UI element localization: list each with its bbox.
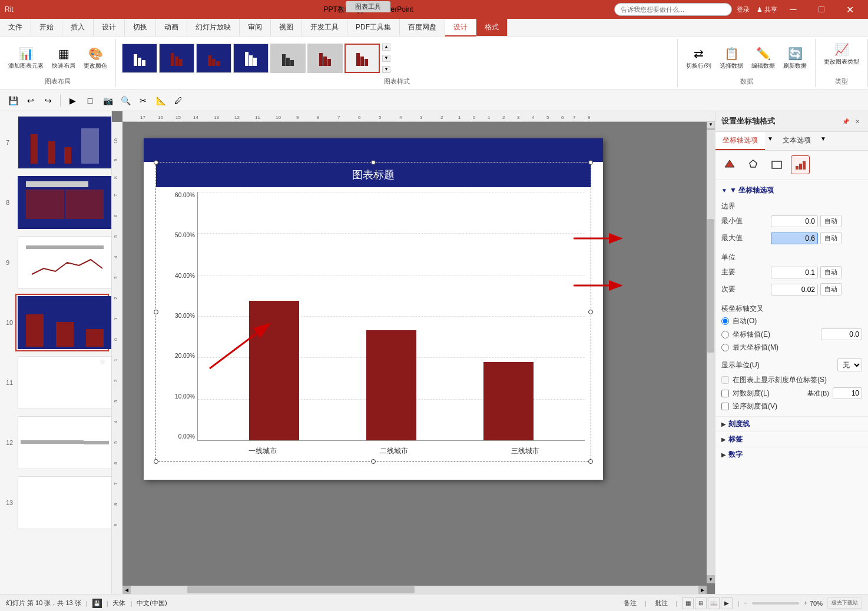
scroll-thumb-h[interactable] [187, 586, 415, 593]
undo-button[interactable]: ↩ [22, 93, 39, 108]
save-button[interactable]: 💾 [5, 93, 21, 108]
radio-auto-input[interactable] [721, 317, 729, 325]
restore-button[interactable]: □ [808, 0, 835, 19]
min-auto-button[interactable]: 自动 [820, 215, 842, 227]
scroll-down-btn[interactable]: ▼ [707, 575, 715, 583]
style-thumb-4[interactable] [233, 44, 269, 73]
reading-view-button[interactable]: 📖 [708, 597, 720, 609]
edit-data-button[interactable]: ✏️ 编辑数据 [748, 44, 778, 72]
handle-ml[interactable] [154, 310, 158, 314]
tab-review[interactable]: 审阅 [240, 19, 271, 36]
max-auto-button[interactable]: 自动 [820, 232, 842, 244]
vertical-scrollbar[interactable]: ▲ ▼ [707, 122, 715, 583]
gallery-scroll-down[interactable]: ▼ [382, 55, 390, 62]
handle-bl[interactable] [154, 459, 158, 464]
search-input[interactable] [614, 3, 732, 16]
log-base-input[interactable] [833, 387, 862, 399]
chart-frame[interactable]: 图表标题 60.00% 50.00% 40.00% 30.00% 20.00% … [155, 162, 591, 462]
radio-axis-input[interactable] [721, 331, 729, 338]
panel-tab-text-options[interactable]: 文本选项 [776, 132, 818, 150]
tab-pdf[interactable]: PDF工具集 [347, 19, 400, 36]
style-thumb-6[interactable] [307, 44, 343, 73]
scroll-track-h[interactable] [131, 586, 698, 594]
share-button[interactable]: ♟ 共享 [757, 5, 777, 14]
toolbar-btn-3[interactable]: 📷 [100, 93, 116, 108]
slide-canvas[interactable]: 图表标题 60.00% 50.00% 40.00% 30.00% 20.00% … [144, 138, 603, 480]
slide-item-9[interactable]: 9 [15, 234, 109, 291]
panel-close-button[interactable]: ✕ [853, 117, 862, 126]
comments-button[interactable]: 批注 [651, 599, 671, 607]
display-unit-select[interactable]: 无 [837, 358, 862, 371]
handle-tl[interactable] [154, 160, 158, 165]
style-thumb-5[interactable] [270, 44, 306, 73]
style-thumb-1[interactable] [122, 44, 157, 73]
panel-axis-icon-btn[interactable] [791, 155, 810, 174]
notes-button[interactable]: 备注 [620, 599, 640, 607]
toolbar-btn-7[interactable]: 🖊 [170, 93, 187, 108]
handle-tr[interactable] [588, 160, 593, 165]
select-data-button[interactable]: 📋 选择数据 [716, 44, 747, 72]
panel-tab-axis-dropdown[interactable]: ▼ [765, 132, 776, 150]
tab-transitions[interactable]: 切换 [125, 19, 156, 36]
axis-options-header[interactable]: ▼ ▼ 坐标轴选项 [721, 183, 862, 198]
style-thumb-2[interactable] [159, 44, 194, 73]
panel-size-icon-btn[interactable] [767, 155, 786, 174]
handle-bm[interactable] [371, 459, 376, 464]
panel-pin-button[interactable]: 📌 [841, 117, 850, 126]
gallery-scroll-more[interactable]: ▾ [382, 66, 390, 73]
tab-chart-design[interactable]: 设计 [445, 19, 476, 36]
change-color-button[interactable]: 🎨 更改颜色 [80, 44, 111, 72]
tick-marks-section[interactable]: ▶ 刻度线 [715, 416, 868, 431]
horizontal-scrollbar[interactable]: ◀ ▶ [122, 586, 707, 594]
scroll-right-btn[interactable]: ▶ [698, 586, 707, 594]
style-thumb-3[interactable] [196, 44, 231, 73]
tab-animations[interactable]: 动画 [156, 19, 187, 36]
scroll-left-btn[interactable]: ◀ [122, 586, 131, 594]
save-status-icon[interactable]: 💾 [92, 599, 102, 608]
quick-layout-button[interactable]: ▦ 快速布局 [48, 44, 79, 72]
login-button[interactable]: 登录 [737, 5, 750, 14]
toolbar-btn-4[interactable]: 🔍 [117, 93, 134, 108]
minor-value-input[interactable] [771, 284, 818, 295]
handle-mr[interactable] [588, 310, 593, 314]
tab-chart-format[interactable]: 格式 [476, 19, 508, 36]
panel-fill-icon-btn[interactable] [720, 155, 739, 174]
add-chart-element-button[interactable]: 📊 添加图表元素 [5, 44, 47, 72]
panel-tab-axis-options[interactable]: 坐标轴选项 [715, 132, 765, 150]
show-unit-checkbox[interactable] [721, 376, 729, 384]
scroll-thumb-v[interactable] [707, 219, 714, 353]
tab-slideshow[interactable]: 幻灯片放映 [187, 19, 240, 36]
zoom-slider[interactable] [752, 602, 799, 605]
major-auto-button[interactable]: 自动 [820, 266, 842, 278]
tab-baidu[interactable]: 百度网盘 [400, 19, 445, 36]
start-presentation-button[interactable]: ▶ [64, 93, 81, 108]
slide-item-11[interactable]: 11 ★ [15, 354, 109, 411]
tab-insert[interactable]: 插入 [62, 19, 94, 36]
zoom-in-button[interactable]: + [804, 600, 807, 606]
tab-view[interactable]: 视图 [271, 19, 302, 36]
tab-home[interactable]: 开始 [31, 19, 62, 36]
change-chart-type-button[interactable]: 📈 更改图表类型 [820, 40, 863, 68]
slide-item-8[interactable]: 8 [15, 174, 109, 231]
refresh-data-button[interactable]: 🔄 刷新数据 [780, 44, 810, 72]
toolbar-btn-6[interactable]: 📐 [153, 93, 169, 108]
slide-item-13[interactable]: 13 [15, 474, 109, 532]
number-section[interactable]: ▶ 数字 [715, 447, 868, 462]
min-value-input[interactable] [771, 215, 818, 227]
slide-sorter-button[interactable]: ⊞ [695, 597, 707, 609]
panel-tab-text-dropdown[interactable]: ▼ [818, 132, 829, 150]
style-thumb-7[interactable] [344, 44, 380, 73]
labels-section[interactable]: ▶ 标签 [715, 431, 868, 447]
handle-br[interactable] [588, 459, 593, 464]
slide-item-10[interactable]: 10 [15, 294, 109, 351]
panel-effects-icon-btn[interactable] [744, 155, 763, 174]
tab-developer[interactable]: 开发工具 [302, 19, 347, 36]
reverse-checkbox[interactable] [721, 403, 729, 410]
radio-max-input[interactable] [721, 344, 729, 351]
minimize-button[interactable]: ─ [780, 0, 807, 19]
toolbar-btn-5[interactable]: ✂ [135, 93, 151, 108]
max-value-input[interactable] [771, 233, 818, 244]
major-value-input[interactable] [771, 267, 818, 278]
close-button[interactable]: ✕ [836, 0, 863, 19]
toolbar-btn-2[interactable]: □ [82, 93, 98, 108]
